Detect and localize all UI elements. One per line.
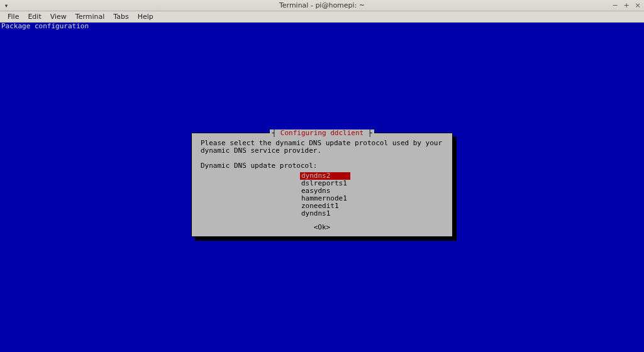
menu-edit[interactable]: Edit bbox=[24, 12, 45, 21]
package-config-header: Package configuration bbox=[0, 23, 90, 30]
protocol-list: dyndns2 dslreports1 easydns hammernode1 … bbox=[196, 172, 448, 217]
dialog-label: Dynamic DNS update protocol: bbox=[196, 162, 448, 170]
terminal-viewport[interactable]: Package configuration Configuring ddclie… bbox=[0, 23, 644, 352]
dialog-ok-row: <Ok> bbox=[196, 224, 448, 231]
app-menu-icon[interactable]: ▾ bbox=[3, 2, 10, 9]
close-button[interactable]: × bbox=[634, 1, 641, 9]
minimize-button[interactable]: − bbox=[611, 1, 619, 9]
menu-bar: File Edit View Terminal Tabs Help bbox=[0, 11, 644, 23]
window-controls: − + × bbox=[611, 1, 641, 9]
window-titlebar: ▾ Terminal - pi@homepi: ~ − + × bbox=[0, 0, 644, 11]
dialog-wrapper: Configuring ddclient Please select the d… bbox=[191, 133, 453, 237]
configure-dialog: Configuring ddclient Please select the d… bbox=[191, 133, 453, 237]
menu-view[interactable]: View bbox=[47, 12, 70, 21]
dialog-title: Configuring ddclient bbox=[270, 129, 375, 137]
maximize-button[interactable]: + bbox=[623, 1, 630, 9]
protocol-option-dyndns1[interactable]: dyndns1 bbox=[300, 210, 350, 217]
menu-file[interactable]: File bbox=[4, 12, 23, 21]
menu-terminal[interactable]: Terminal bbox=[72, 12, 109, 21]
menu-tabs[interactable]: Tabs bbox=[109, 12, 132, 21]
menu-help[interactable]: Help bbox=[134, 12, 157, 21]
ok-button[interactable]: <Ok> bbox=[314, 224, 331, 231]
window-title: Terminal - pi@homepi: ~ bbox=[279, 1, 365, 9]
dialog-title-row: Configuring ddclient bbox=[196, 129, 448, 137]
dialog-prompt: Please select the dynamic DNS update pro… bbox=[196, 139, 448, 155]
